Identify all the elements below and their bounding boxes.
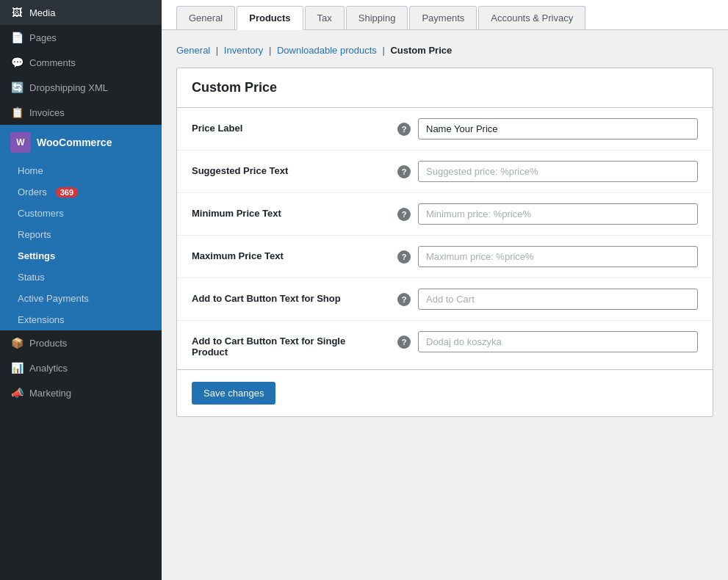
sidebar-item-marketing[interactable]: 📣Marketing xyxy=(0,380,162,405)
media-icon: 🖼 xyxy=(10,6,24,19)
woo-nav-home[interactable]: Home xyxy=(0,160,162,181)
subnav-current-custom-price: Custom Price xyxy=(390,45,452,56)
sidebar-label-comments: Comments xyxy=(29,57,76,68)
help-icon-suggested-price-text[interactable]: ? xyxy=(397,165,411,178)
comments-icon: 💬 xyxy=(10,56,24,69)
sidebar-label-analytics: Analytics xyxy=(29,363,68,374)
input-price-label[interactable] xyxy=(418,118,698,139)
woo-nav-extensions[interactable]: Extensions xyxy=(0,309,162,330)
subnav-separator: | xyxy=(380,45,388,56)
woo-nav-reports[interactable]: Reports xyxy=(0,224,162,245)
subnav-link-inventory[interactable]: Inventory xyxy=(224,45,263,56)
sub-navigation: General | Inventory | Downloadable produ… xyxy=(176,45,713,56)
sidebar-label-media: Media xyxy=(29,7,55,18)
subnav-link-general[interactable]: General xyxy=(176,45,210,56)
tab-shipping[interactable]: Shipping xyxy=(346,6,408,29)
sidebar-item-analytics[interactable]: 📊Analytics xyxy=(0,355,162,380)
woo-nav-active-payments[interactable]: Active Payments xyxy=(0,288,162,309)
settings-card: Custom Price Price Label?Suggested Price… xyxy=(176,68,713,417)
woo-nav-label-active-payments: Active Payments xyxy=(18,293,89,304)
save-changes-button[interactable]: Save changes xyxy=(192,382,275,405)
marketing-icon: 📣 xyxy=(10,386,24,399)
form-row-price-label: Price Label? xyxy=(177,108,713,151)
help-icon-add-to-cart-shop[interactable]: ? xyxy=(397,293,411,306)
subnav-separator: | xyxy=(266,45,274,56)
sidebar-item-pages[interactable]: 📄Pages xyxy=(0,25,162,50)
form-row-suggested-price-text: Suggested Price Text? xyxy=(177,151,713,193)
sidebar: 🖼Media📄Pages💬Comments🔄Dropshipping XML📋I… xyxy=(0,0,162,580)
woo-logo: W xyxy=(10,132,31,153)
woo-nav-orders[interactable]: Orders369 xyxy=(0,181,162,203)
woocommerce-section: W WooCommerce HomeOrders369CustomersRepo… xyxy=(0,125,162,330)
sidebar-item-products[interactable]: 📦Products xyxy=(0,330,162,355)
subnav-separator: | xyxy=(213,45,221,56)
dropshipping-icon: 🔄 xyxy=(10,81,24,94)
tab-products[interactable]: Products xyxy=(237,6,303,30)
help-icon-maximum-price-text[interactable]: ? xyxy=(397,250,411,264)
woo-nav-label-customers: Customers xyxy=(18,208,64,219)
woo-nav-label-settings: Settings xyxy=(18,250,55,261)
help-icon-minimum-price-text[interactable]: ? xyxy=(397,208,411,221)
form-row-add-to-cart-shop: Add to Cart Button Text for Shop? xyxy=(177,278,713,321)
sidebar-label-invoices: Invoices xyxy=(29,107,65,118)
orders-badge: 369 xyxy=(56,187,78,197)
woo-nav-label-status: Status xyxy=(18,272,45,283)
woo-nav-settings[interactable]: Settings xyxy=(0,245,162,267)
invoices-icon: 📋 xyxy=(10,106,24,119)
field-label-add-to-cart-shop: Add to Cart Button Text for Shop xyxy=(177,278,383,321)
help-icon-price-label[interactable]: ? xyxy=(397,123,411,136)
save-area: Save changes xyxy=(177,369,713,416)
woocommerce-header[interactable]: W WooCommerce xyxy=(0,125,122,160)
input-add-to-cart-shop[interactable] xyxy=(418,289,698,310)
field-label-minimum-price-text: Minimum Price Text xyxy=(177,193,383,236)
settings-title: Custom Price xyxy=(177,68,713,108)
form-row-add-to-cart-single: Add to Cart Button Text for Single Produ… xyxy=(177,321,713,370)
woo-nav-status[interactable]: Status xyxy=(0,267,162,288)
content-area: General | Inventory | Downloadable produ… xyxy=(162,30,728,580)
subnav-link-downloadable[interactable]: Downloadable products xyxy=(277,45,377,56)
field-label-price-label: Price Label xyxy=(177,108,383,151)
woo-nav-label-extensions: Extensions xyxy=(18,314,65,325)
form-row-maximum-price-text: Maximum Price Text? xyxy=(177,236,713,278)
products-icon: 📦 xyxy=(10,336,24,349)
form-table: Price Label?Suggested Price Text?Minimum… xyxy=(177,108,713,369)
field-label-maximum-price-text: Maximum Price Text xyxy=(177,236,383,278)
input-suggested-price-text[interactable] xyxy=(418,161,698,182)
sidebar-item-invoices[interactable]: 📋Invoices xyxy=(0,100,162,125)
form-row-minimum-price-text: Minimum Price Text? xyxy=(177,193,713,236)
woo-nav-customers[interactable]: Customers xyxy=(0,203,162,224)
field-label-suggested-price-text: Suggested Price Text xyxy=(177,151,383,193)
help-icon-add-to-cart-single[interactable]: ? xyxy=(397,336,411,349)
woo-nav-label-reports: Reports xyxy=(18,229,51,240)
field-label-add-to-cart-single: Add to Cart Button Text for Single Produ… xyxy=(177,321,383,370)
pages-icon: 📄 xyxy=(10,31,24,44)
input-maximum-price-text[interactable] xyxy=(418,246,698,267)
sidebar-label-pages: Pages xyxy=(29,32,57,43)
woo-nav-label-home: Home xyxy=(18,165,43,176)
sidebar-item-dropshipping[interactable]: 🔄Dropshipping XML xyxy=(0,75,162,100)
sidebar-label-marketing: Marketing xyxy=(29,388,71,399)
main-content: GeneralProductsTaxShippingPaymentsAccoun… xyxy=(162,0,728,580)
input-add-to-cart-single[interactable] xyxy=(418,331,698,352)
sidebar-label-dropshipping: Dropshipping XML xyxy=(29,82,108,93)
sidebar-item-media[interactable]: 🖼Media xyxy=(0,0,162,25)
tab-payments[interactable]: Payments xyxy=(409,6,477,29)
woo-nav-label-orders: Orders xyxy=(18,186,47,197)
tab-accounts-privacy[interactable]: Accounts & Privacy xyxy=(478,6,585,29)
analytics-icon: 📊 xyxy=(10,361,24,374)
sidebar-item-comments[interactable]: 💬Comments xyxy=(0,50,162,75)
tab-tax[interactable]: Tax xyxy=(305,6,345,29)
tab-general[interactable]: General xyxy=(176,6,235,29)
tabs-bar: GeneralProductsTaxShippingPaymentsAccoun… xyxy=(162,0,728,30)
input-minimum-price-text[interactable] xyxy=(418,203,698,225)
sidebar-label-products: Products xyxy=(29,338,67,349)
woocommerce-label: WooCommerce xyxy=(37,137,112,148)
